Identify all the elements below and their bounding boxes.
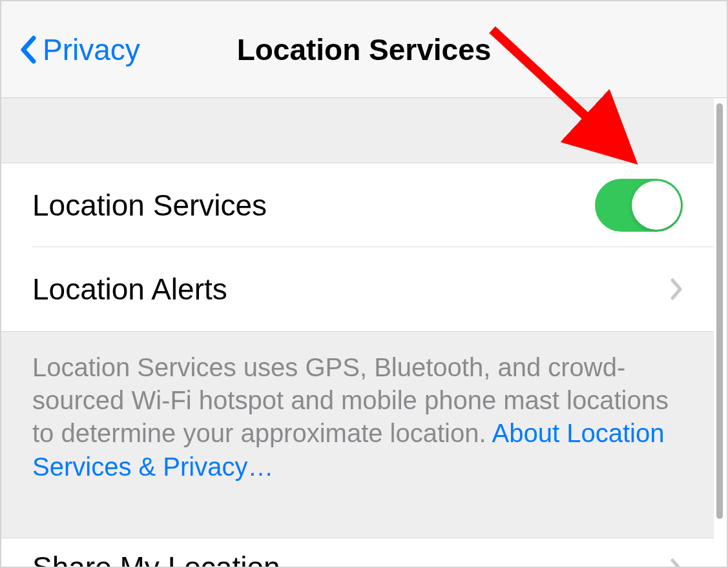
back-label: Privacy <box>43 32 140 67</box>
scrollbar-thumb[interactable] <box>716 103 723 519</box>
nav-header: Privacy Location Services <box>1 1 727 98</box>
settings-section: Location Services Location Alerts <box>1 163 714 332</box>
content[interactable]: Location Services Location Alerts Locati… <box>1 98 714 567</box>
share-my-location-row[interactable]: Share My Location <box>1 538 714 567</box>
chevron-right-icon <box>670 558 683 567</box>
section-spacer <box>1 503 714 538</box>
scrollbar[interactable] <box>714 98 727 567</box>
back-button[interactable]: Privacy <box>19 32 140 67</box>
section-spacer <box>1 98 714 163</box>
location-services-toggle[interactable] <box>595 179 683 232</box>
chevron-right-icon <box>670 278 683 301</box>
location-services-row: Location Services <box>1 163 714 247</box>
settings-pane: Privacy Location Services Location Servi… <box>0 0 728 568</box>
row-label: Share My Location <box>32 550 280 567</box>
chevron-left-icon <box>19 36 36 64</box>
location-alerts-row[interactable]: Location Alerts <box>1 247 714 331</box>
row-label: Location Alerts <box>32 272 670 307</box>
section-footer: Location Services uses GPS, Bluetooth, a… <box>1 332 714 503</box>
scroll-area: Location Services Location Alerts Locati… <box>1 98 727 567</box>
row-label: Location Services <box>32 188 595 223</box>
toggle-knob <box>632 181 681 230</box>
